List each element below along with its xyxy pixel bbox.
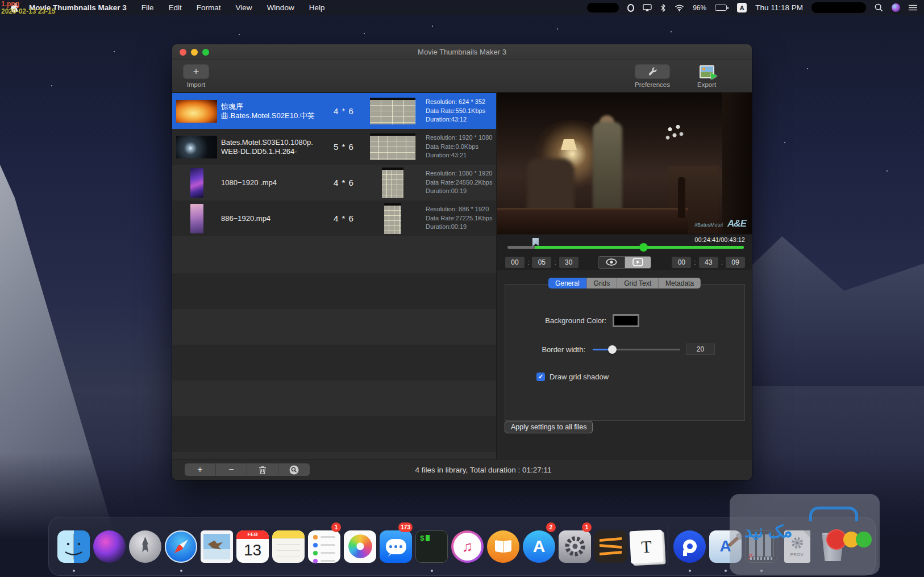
file-row[interactable]: 1080−1920 .mp4 4 * 6 Resolution: 1080 * …	[172, 165, 496, 200]
search-files-button[interactable]	[278, 463, 310, 476]
start-seconds-field[interactable]: 30	[559, 257, 578, 268]
spotlight-search-icon[interactable]	[875, 3, 883, 12]
finder-icon	[57, 530, 90, 563]
messages-icon	[380, 530, 412, 563]
system-preferences-icon	[559, 530, 591, 563]
file-info: Resolution: 1080 * 1920Data Rate:24550.2…	[421, 169, 496, 196]
dock-finder[interactable]	[56, 519, 91, 574]
end-hours-field[interactable]: 00	[672, 257, 691, 268]
photos-icon	[344, 530, 376, 563]
status-circle-icon[interactable]	[627, 4, 634, 12]
toolbar: + Import Preferences Export	[172, 60, 752, 93]
timeline-start-marker[interactable]	[532, 238, 539, 246]
file-row[interactable]: Bates.Motel.S03E10.1080p.WEB-DL.DD5.1.H.…	[172, 129, 496, 165]
border-width-slider[interactable]	[593, 345, 680, 354]
menu-window[interactable]: Window	[267, 3, 294, 12]
messages-badge: 173	[398, 522, 413, 532]
preferences-button[interactable]	[635, 64, 670, 79]
dock-itunes[interactable]: ♫	[449, 519, 485, 574]
import-label: Import	[187, 81, 206, 88]
reminders-badge: 1	[331, 522, 341, 532]
watermark-logo-shape	[809, 507, 858, 521]
slider-knob[interactable]	[608, 345, 617, 354]
tab-metadata[interactable]: Metadata	[659, 278, 701, 288]
zoom-button[interactable]	[202, 49, 209, 56]
play-icon	[632, 258, 643, 266]
add-file-button[interactable]: +	[185, 463, 216, 476]
end-seconds-field[interactable]: 09	[726, 257, 745, 268]
play-button[interactable]	[625, 256, 651, 269]
minimize-button[interactable]	[191, 49, 198, 56]
file-row[interactable]: 886−1920.mp4 4 * 6 Resolution: 886 * 192…	[172, 200, 496, 236]
airplay-icon[interactable]	[643, 4, 652, 11]
menu-format[interactable]: Format	[197, 3, 221, 12]
export-button[interactable]	[700, 64, 714, 79]
window-status-bar: + − 4 files in library, Total duration :…	[172, 459, 752, 480]
start-hours-field[interactable]: 00	[505, 257, 525, 268]
menubar-clock[interactable]: Thu 11:18 PM	[755, 3, 803, 12]
menu-edit[interactable]: Edit	[169, 3, 182, 12]
dock-system-preferences[interactable]: 1	[557, 519, 593, 574]
export-image-icon	[700, 65, 714, 78]
dock-mail[interactable]	[199, 519, 235, 574]
file-row[interactable]: 惊魂序曲.Bates.Motel.S02E10.中英 4 * 6 Resolut…	[172, 93, 496, 129]
watermark-panel: مک نید	[730, 494, 880, 575]
menu-bar: Movie Thumbnails Maker 3 File Edit Forma…	[0, 0, 924, 15]
notification-center-icon[interactable]	[909, 5, 917, 11]
dock-app-store[interactable]: A 2	[521, 519, 557, 574]
tab-grid-text[interactable]: Grid Text	[617, 278, 659, 288]
timeline-slider[interactable]	[507, 246, 744, 249]
video-thumbnail	[176, 100, 217, 123]
dock-launchpad[interactable]	[127, 519, 163, 574]
wrench-icon	[648, 67, 657, 77]
timeline-playhead[interactable]	[639, 243, 648, 252]
dock-books[interactable]	[485, 519, 521, 574]
preview-eye-button[interactable]	[598, 256, 625, 269]
siri-icon[interactable]	[892, 3, 900, 12]
system-preferences-badge: 1	[582, 522, 592, 532]
grid-size: 5 * 6	[323, 142, 364, 152]
battery-percent: 96%	[693, 4, 706, 12]
menu-view[interactable]: View	[236, 3, 252, 12]
dock-sublime-text[interactable]	[593, 519, 629, 574]
textedit-icon: T	[630, 529, 664, 563]
video-thumbnail	[190, 168, 203, 198]
draw-grid-shadow-label: Draw grid shadow	[550, 373, 609, 381]
draw-grid-shadow-checkbox[interactable]: ✓	[536, 373, 545, 381]
close-button[interactable]	[180, 49, 186, 56]
tab-general[interactable]: General	[548, 278, 587, 288]
dock-siri[interactable]	[91, 519, 127, 574]
start-minutes-field[interactable]: 05	[532, 257, 551, 268]
video-preview[interactable]: #BatesMotel A&E	[497, 93, 752, 234]
redacted-area	[587, 3, 619, 12]
title-bar[interactable]: Movie Thumbnails Maker 3	[172, 44, 752, 60]
file-list: 惊魂序曲.Bates.Motel.S02E10.中英 4 * 6 Resolut…	[172, 93, 496, 459]
border-width-value-field[interactable]: 20	[686, 344, 715, 355]
dock-terminal[interactable]: $	[414, 519, 449, 574]
remove-file-button[interactable]: −	[216, 463, 247, 476]
background-color-well[interactable]	[613, 314, 639, 327]
dock-calendar[interactable]: FEB 13	[235, 519, 270, 574]
battery-icon[interactable]	[715, 5, 729, 11]
end-minutes-field[interactable]: 43	[699, 257, 718, 268]
dock-notes[interactable]	[270, 519, 306, 574]
dock-pin-app[interactable]	[672, 519, 707, 574]
delete-button[interactable]	[247, 463, 278, 476]
menu-help[interactable]: Help	[309, 3, 325, 12]
import-button[interactable]: +	[183, 64, 209, 79]
itunes-icon: ♫	[451, 530, 484, 563]
dock-reminders[interactable]: 1	[306, 519, 342, 574]
dock-safari[interactable]	[163, 519, 199, 574]
wifi-icon[interactable]	[675, 5, 684, 11]
dock-messages[interactable]: 173	[378, 519, 414, 574]
bluetooth-icon[interactable]	[660, 4, 666, 12]
tab-grids[interactable]: Grids	[587, 278, 618, 288]
menu-file[interactable]: File	[141, 3, 154, 12]
timecode-readout: 00:24:41/00:43:12	[694, 236, 745, 243]
dock-photos[interactable]	[342, 519, 378, 574]
file-name: 惊魂序曲.Bates.Motel.S02E10.中英	[221, 102, 323, 120]
list-action-buttons: + −	[185, 463, 310, 476]
input-source-icon[interactable]: A	[737, 3, 747, 12]
dock-textedit[interactable]: T	[629, 519, 664, 574]
apply-settings-button[interactable]: Apply settings to all files	[505, 421, 593, 433]
